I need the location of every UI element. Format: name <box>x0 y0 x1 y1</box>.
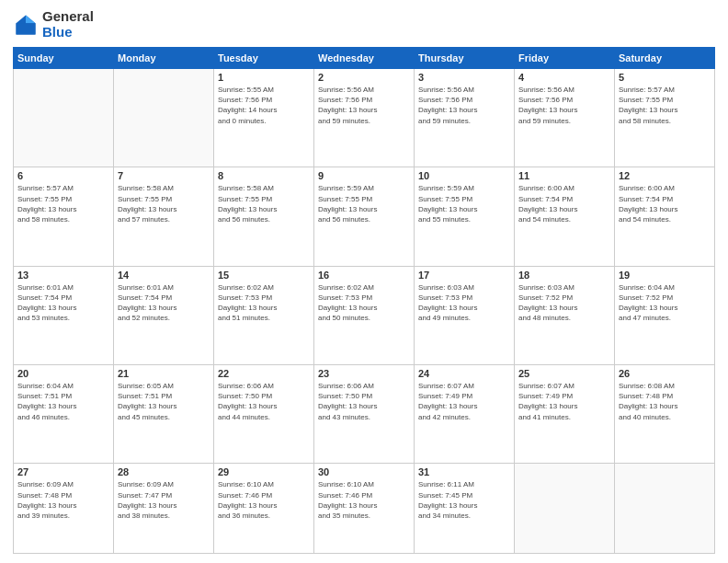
day-number: 18 <box>518 270 610 281</box>
calendar-week-1: 1Sunrise: 5:55 AM Sunset: 7:56 PM Daylig… <box>14 69 715 167</box>
day-number: 14 <box>118 270 210 281</box>
day-number: 3 <box>418 72 510 83</box>
day-info: Sunrise: 6:09 AM Sunset: 7:47 PM Dayligh… <box>118 479 210 521</box>
day-number: 21 <box>118 368 210 379</box>
day-number: 24 <box>418 368 510 379</box>
calendar-cell: 13Sunrise: 6:01 AM Sunset: 7:54 PM Dayli… <box>14 266 114 364</box>
day-number: 10 <box>418 170 510 181</box>
day-number: 12 <box>619 170 711 181</box>
calendar-cell: 27Sunrise: 6:09 AM Sunset: 7:48 PM Dayli… <box>14 464 114 554</box>
day-info: Sunrise: 6:04 AM Sunset: 7:51 PM Dayligh… <box>17 381 109 422</box>
day-info: Sunrise: 5:57 AM Sunset: 7:55 PM Dayligh… <box>619 85 711 126</box>
day-number: 25 <box>518 368 610 379</box>
calendar-cell: 10Sunrise: 5:59 AM Sunset: 7:55 PM Dayli… <box>415 167 515 266</box>
calendar-cell: 31Sunrise: 6:11 AM Sunset: 7:45 PM Dayli… <box>415 464 515 554</box>
day-number: 5 <box>619 72 711 83</box>
calendar-cell: 5Sunrise: 5:57 AM Sunset: 7:55 PM Daylig… <box>615 69 715 167</box>
calendar-cell: 28Sunrise: 6:09 AM Sunset: 7:47 PM Dayli… <box>114 464 214 554</box>
calendar-cell: 1Sunrise: 5:55 AM Sunset: 7:56 PM Daylig… <box>214 69 314 167</box>
day-info: Sunrise: 6:04 AM Sunset: 7:52 PM Dayligh… <box>619 282 711 324</box>
day-info: Sunrise: 6:05 AM Sunset: 7:51 PM Dayligh… <box>118 381 210 422</box>
calendar-week-5: 27Sunrise: 6:09 AM Sunset: 7:48 PM Dayli… <box>14 464 715 554</box>
calendar-cell: 26Sunrise: 6:08 AM Sunset: 7:48 PM Dayli… <box>615 365 715 464</box>
weekday-header-thursday: Thursday <box>415 48 515 69</box>
page: General Blue SundayMondayTuesdayWednesda… <box>0 0 728 563</box>
day-info: Sunrise: 6:07 AM Sunset: 7:49 PM Dayligh… <box>418 381 510 422</box>
day-number: 27 <box>17 466 109 477</box>
day-info: Sunrise: 6:02 AM Sunset: 7:53 PM Dayligh… <box>318 282 410 324</box>
day-info: Sunrise: 5:56 AM Sunset: 7:56 PM Dayligh… <box>518 85 610 126</box>
day-info: Sunrise: 6:06 AM Sunset: 7:50 PM Dayligh… <box>218 381 310 422</box>
weekday-header-saturday: Saturday <box>615 48 715 69</box>
calendar-cell <box>515 464 615 554</box>
day-info: Sunrise: 6:03 AM Sunset: 7:53 PM Dayligh… <box>418 282 510 324</box>
day-number: 17 <box>418 270 510 281</box>
day-info: Sunrise: 6:06 AM Sunset: 7:50 PM Dayligh… <box>318 381 410 422</box>
logo-text: General Blue <box>42 9 94 40</box>
day-number: 26 <box>619 368 711 379</box>
calendar-cell: 29Sunrise: 6:10 AM Sunset: 7:46 PM Dayli… <box>214 464 314 554</box>
day-info: Sunrise: 6:10 AM Sunset: 7:46 PM Dayligh… <box>218 479 310 521</box>
calendar-cell: 20Sunrise: 6:04 AM Sunset: 7:51 PM Dayli… <box>14 365 114 464</box>
day-number: 1 <box>218 72 310 83</box>
calendar-cell: 30Sunrise: 6:10 AM Sunset: 7:46 PM Dayli… <box>314 464 415 554</box>
day-number: 8 <box>218 170 310 181</box>
calendar-cell: 6Sunrise: 5:57 AM Sunset: 7:55 PM Daylig… <box>14 167 114 266</box>
day-info: Sunrise: 5:56 AM Sunset: 7:56 PM Dayligh… <box>418 85 510 126</box>
day-info: Sunrise: 6:03 AM Sunset: 7:52 PM Dayligh… <box>518 282 610 324</box>
calendar-cell: 24Sunrise: 6:07 AM Sunset: 7:49 PM Dayli… <box>415 365 515 464</box>
calendar-cell: 8Sunrise: 5:58 AM Sunset: 7:55 PM Daylig… <box>214 167 314 266</box>
day-number: 11 <box>518 170 610 181</box>
day-number: 7 <box>118 170 210 181</box>
weekday-header-monday: Monday <box>114 48 214 69</box>
calendar-cell: 15Sunrise: 6:02 AM Sunset: 7:53 PM Dayli… <box>214 266 314 364</box>
day-info: Sunrise: 5:59 AM Sunset: 7:55 PM Dayligh… <box>318 183 410 224</box>
day-info: Sunrise: 6:10 AM Sunset: 7:46 PM Dayligh… <box>318 479 410 521</box>
day-number: 16 <box>318 270 410 281</box>
header: General Blue <box>13 9 715 40</box>
day-number: 9 <box>318 170 410 181</box>
calendar-week-2: 6Sunrise: 5:57 AM Sunset: 7:55 PM Daylig… <box>14 167 715 266</box>
day-info: Sunrise: 5:57 AM Sunset: 7:55 PM Dayligh… <box>17 183 109 224</box>
calendar-cell: 9Sunrise: 5:59 AM Sunset: 7:55 PM Daylig… <box>314 167 415 266</box>
calendar-week-4: 20Sunrise: 6:04 AM Sunset: 7:51 PM Dayli… <box>14 365 715 464</box>
day-number: 28 <box>118 466 210 477</box>
logo-general: General <box>42 8 94 24</box>
calendar-cell: 4Sunrise: 5:56 AM Sunset: 7:56 PM Daylig… <box>515 69 615 167</box>
day-info: Sunrise: 5:56 AM Sunset: 7:56 PM Dayligh… <box>318 85 410 126</box>
day-info: Sunrise: 5:58 AM Sunset: 7:55 PM Dayligh… <box>218 183 310 224</box>
day-info: Sunrise: 6:01 AM Sunset: 7:54 PM Dayligh… <box>118 282 210 324</box>
day-number: 23 <box>318 368 410 379</box>
logo-blue: Blue <box>42 24 73 40</box>
day-info: Sunrise: 6:01 AM Sunset: 7:54 PM Dayligh… <box>17 282 109 324</box>
day-number: 30 <box>318 466 410 477</box>
day-info: Sunrise: 6:11 AM Sunset: 7:45 PM Dayligh… <box>418 479 510 521</box>
day-number: 2 <box>318 72 410 83</box>
day-number: 15 <box>218 270 310 281</box>
calendar-table: SundayMondayTuesdayWednesdayThursdayFrid… <box>13 47 715 554</box>
svg-rect-3 <box>17 23 36 34</box>
calendar-cell: 16Sunrise: 6:02 AM Sunset: 7:53 PM Dayli… <box>314 266 415 364</box>
calendar-cell: 25Sunrise: 6:07 AM Sunset: 7:49 PM Dayli… <box>515 365 615 464</box>
day-number: 19 <box>619 270 711 281</box>
weekday-header-tuesday: Tuesday <box>214 48 314 69</box>
weekday-header-wednesday: Wednesday <box>314 48 415 69</box>
logo-icon <box>13 12 39 38</box>
svg-marker-2 <box>26 15 36 23</box>
weekday-header-sunday: Sunday <box>14 48 114 69</box>
day-number: 20 <box>17 368 109 379</box>
calendar-cell: 3Sunrise: 5:56 AM Sunset: 7:56 PM Daylig… <box>415 69 515 167</box>
day-number: 29 <box>218 466 310 477</box>
day-info: Sunrise: 5:58 AM Sunset: 7:55 PM Dayligh… <box>118 183 210 224</box>
calendar-cell: 11Sunrise: 6:00 AM Sunset: 7:54 PM Dayli… <box>515 167 615 266</box>
day-info: Sunrise: 6:00 AM Sunset: 7:54 PM Dayligh… <box>619 183 711 224</box>
day-info: Sunrise: 6:02 AM Sunset: 7:53 PM Dayligh… <box>218 282 310 324</box>
calendar-week-3: 13Sunrise: 6:01 AM Sunset: 7:54 PM Dayli… <box>14 266 715 364</box>
day-info: Sunrise: 6:09 AM Sunset: 7:48 PM Dayligh… <box>17 479 109 521</box>
calendar-cell <box>14 69 114 167</box>
calendar-cell: 12Sunrise: 6:00 AM Sunset: 7:54 PM Dayli… <box>615 167 715 266</box>
weekday-header-row: SundayMondayTuesdayWednesdayThursdayFrid… <box>14 48 715 69</box>
day-info: Sunrise: 6:00 AM Sunset: 7:54 PM Dayligh… <box>518 183 610 224</box>
day-number: 13 <box>17 270 109 281</box>
day-info: Sunrise: 6:07 AM Sunset: 7:49 PM Dayligh… <box>518 381 610 422</box>
